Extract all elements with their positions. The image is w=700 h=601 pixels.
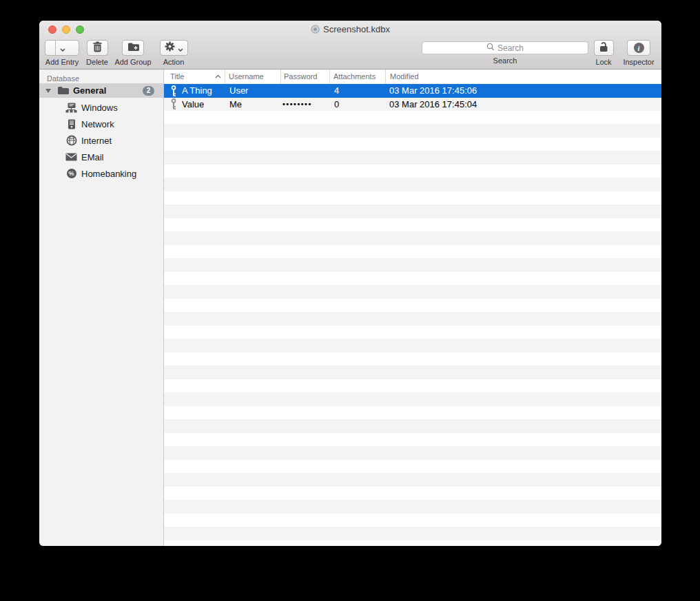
inspector-button[interactable]: i [627, 40, 650, 56]
gear-icon [165, 41, 175, 54]
globe-icon [65, 135, 77, 146]
sidebar-item-windows[interactable]: Windows [39, 99, 163, 116]
inspector-item: i Inspector [624, 40, 653, 66]
window-title: Screenshot.kdbx [323, 24, 390, 34]
column-header-modified[interactable]: Modified [385, 70, 661, 83]
table-row[interactable]: Value Me •••••••• 0 03 Mar 2016 17:45:04 [164, 98, 661, 112]
lock-button[interactable] [594, 40, 614, 56]
entry-title: Value [182, 99, 204, 109]
delete-button[interactable] [87, 40, 108, 56]
sidebar-children: Windows Network [39, 99, 163, 182]
column-header-password[interactable]: Password [280, 70, 329, 83]
entry-username: User [225, 84, 280, 98]
sidebar-item-label: Homebanking [81, 169, 136, 179]
table-header: Title Username Password Attachments [164, 70, 661, 84]
entry-modified: 03 Mar 2016 17:45:06 [385, 84, 661, 98]
main-area: Database General 2 [39, 70, 661, 546]
entry-attachments: 4 [329, 84, 385, 98]
entry-password: •••••••• [280, 98, 329, 112]
disclosure-triangle-icon[interactable] [45, 89, 51, 93]
action-button[interactable] [160, 40, 188, 56]
windows-icon [65, 103, 77, 113]
table-row[interactable]: A Thing User 4 03 Mar 2016 17:45:06 [164, 84, 661, 98]
table-body: A Thing User 4 03 Mar 2016 17:45:06 [164, 84, 661, 546]
add-entry-dropdown-segment[interactable] [55, 41, 69, 55]
delete-label: Delete [86, 58, 108, 66]
entry-password [280, 84, 329, 98]
entry-modified: 03 Mar 2016 17:45:04 [385, 98, 661, 112]
add-entry-item: Add Entry [42, 40, 82, 66]
search-label: Search [493, 56, 517, 65]
key-icon [170, 98, 177, 109]
column-header-title[interactable]: Title [164, 70, 225, 83]
window-header: Screenshot.kdbx [39, 21, 661, 70]
sidebar-item-label: Network [81, 119, 114, 129]
column-header-attachments[interactable]: Attachments [329, 70, 385, 83]
trash-icon [92, 41, 103, 55]
search-input[interactable]: Search [422, 41, 588, 54]
sidebar-item-network[interactable]: Network [39, 116, 163, 132]
sidebar-item-label: Internet [81, 136, 112, 146]
toolbar: Add Entry Dele [39, 39, 661, 69]
percent-icon: % [65, 169, 77, 178]
magnifier-icon [486, 43, 495, 53]
titlebar: Screenshot.kdbx [39, 24, 661, 34]
entry-title: A Thing [182, 85, 212, 96]
inspector-label: Inspector [623, 58, 654, 66]
search-item: Search Search [422, 40, 588, 65]
chevron-down-icon [178, 42, 183, 54]
entry-count-badge: 2 [143, 86, 154, 96]
folder-plus-icon [127, 42, 139, 54]
folder-icon [57, 86, 69, 95]
sidebar-item-general[interactable]: General 2 [39, 83, 163, 98]
add-entry-label: Add Entry [45, 58, 79, 66]
action-item: Action [158, 40, 189, 66]
lock-item: Lock [593, 40, 615, 66]
action-label: Action [163, 58, 185, 66]
open-padlock-icon [599, 41, 608, 55]
entry-username: Me [225, 98, 280, 112]
info-circle-icon: i [634, 43, 644, 53]
column-header-username[interactable]: Username [225, 70, 280, 83]
chevron-down-icon [60, 42, 65, 54]
sort-ascending-icon [215, 74, 221, 78]
add-group-label: Add Group [114, 58, 151, 66]
sidebar-item-email[interactable]: EMail [39, 149, 163, 165]
sidebar-item-label: EMail [81, 152, 104, 162]
sidebar-item-label: Windows [81, 103, 118, 113]
app-window: Screenshot.kdbx [39, 21, 661, 546]
sidebar-item-homebanking[interactable]: % Homebanking [39, 165, 163, 182]
sidebar: Database General 2 [39, 70, 164, 546]
sidebar-section-header: Database [39, 70, 163, 83]
envelope-icon [65, 153, 77, 161]
delete-item: Delete [85, 40, 110, 66]
add-group-button[interactable] [122, 40, 144, 56]
add-entry-button[interactable] [45, 40, 79, 56]
entry-attachments: 0 [329, 98, 385, 112]
lock-label: Lock [595, 58, 611, 66]
add-group-item: Add Group [112, 40, 154, 66]
entry-table: Title Username Password Attachments [164, 70, 661, 546]
key-icon [170, 85, 177, 96]
sidebar-item-label: General [73, 85, 106, 96]
document-proxy-icon [311, 25, 320, 34]
search-placeholder: Search [497, 43, 524, 53]
network-server-icon [65, 119, 77, 129]
sidebar-item-internet[interactable]: Internet [39, 132, 163, 149]
